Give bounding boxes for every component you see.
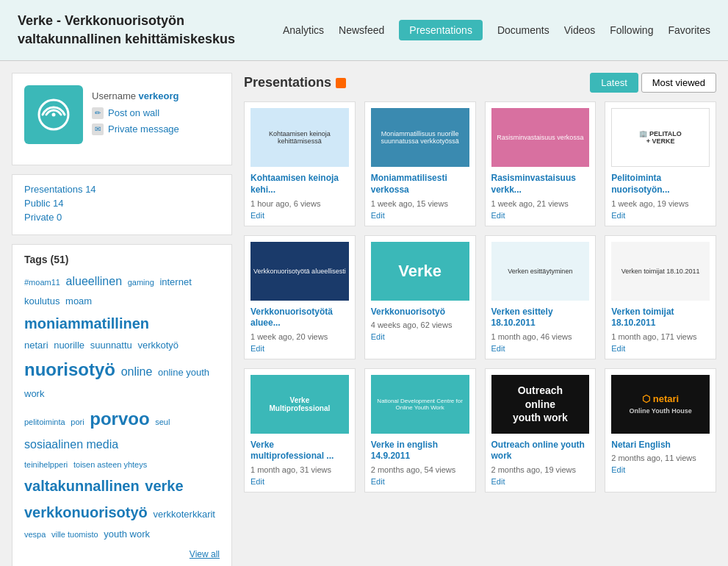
tag-teinihelpperi[interactable]: teinihelpperi (24, 460, 68, 469)
rss-icon[interactable] (336, 78, 346, 88)
tags-cloud: #moam11 alueellinen gaming internet koul… (24, 271, 220, 542)
tag-verke[interactable]: verke (145, 478, 183, 494)
card-thumbnail: Verkkonuorisotyötä alueellisesti (251, 242, 349, 301)
nav-videos[interactable]: Videos (564, 24, 596, 36)
profile-header: Username verkeorg ✏ Post on wall ✉ Priva… (24, 85, 220, 144)
card-edit-link[interactable]: Edit (251, 344, 349, 353)
card-title[interactable]: Verke in english 14.9.2011 (371, 440, 469, 462)
card-edit-link[interactable]: Edit (251, 211, 349, 220)
tag-online[interactable]: online (121, 365, 153, 378)
tag-verkkoterkkarit[interactable]: verkkoterkkarit (153, 509, 215, 520)
tag-verkkonuorisotyo[interactable]: verkkonuorisotyö (24, 504, 148, 520)
card-thumbnail: Moniammatillisuus nuorille suunnatussa v… (371, 108, 469, 167)
card-title[interactable]: Moniammatilisesti verkossa (371, 173, 469, 196)
card-edit-link[interactable]: Edit (611, 211, 710, 220)
card-title[interactable]: Verken esittely 18.10.2011 (491, 307, 590, 329)
presentation-card: Verke Verkkonuorisotyö 4 weeks ago, 62 v… (364, 235, 476, 359)
tag-pelitoiminta[interactable]: pelitoiminta (24, 418, 65, 426)
tag-nuorille[interactable]: nuorille (54, 340, 84, 351)
profile-actions: ✏ Post on wall ✉ Private message (92, 107, 179, 135)
card-thumbnail: VerkeMultiprofessional (251, 375, 349, 434)
sidebar: Username verkeorg ✏ Post on wall ✉ Priva… (12, 73, 232, 566)
card-thumbnail: 🏢 PELITALO+ VERKE (611, 108, 710, 167)
tag-sosiaalinen-media[interactable]: sosiaalinen media (24, 438, 118, 451)
card-thumbnail: Verken toimijat 18.10.2011 (611, 242, 710, 301)
username-value[interactable]: verkeorg (139, 90, 179, 101)
card-thumbnail: ⬡ netariOnline Youth House (611, 375, 710, 434)
tags-section: Tags (51) #moam11 alueellinen gaming int… (12, 244, 232, 566)
card-edit-link[interactable]: Edit (491, 477, 590, 486)
tag-toisen-asteen[interactable]: toisen asteen yhteys (73, 460, 147, 469)
latest-button[interactable]: Latest (590, 73, 638, 93)
presentation-card: Rasisminvastaisuus verkossa Rasisminvast… (485, 101, 597, 226)
tag-pori[interactable]: pori (71, 418, 84, 426)
private-message-button[interactable]: ✉ Private message (92, 123, 179, 135)
card-meta: 1 month ago, 46 views (491, 332, 590, 341)
card-edit-link[interactable]: Edit (491, 211, 590, 220)
card-title[interactable]: Rasisminvastaisuus verkk... (491, 173, 590, 196)
nav-presentations[interactable]: Presentations (399, 20, 483, 40)
card-edit-link[interactable]: Edit (371, 332, 469, 341)
public-stat: Public 14 (24, 198, 220, 209)
card-title[interactable]: Outreach online youth work (491, 440, 590, 462)
stats-section: Presentations 14 Public 14 Private 0 (12, 174, 232, 235)
card-thumbnail: Verke (371, 242, 469, 301)
tag-vespa[interactable]: vespa (24, 530, 46, 539)
header: Verke - Verkkonuorisotyön valtakunnallin… (0, 0, 728, 61)
card-meta: 1 month ago, 171 views (611, 332, 710, 341)
tag-moniammatillinen[interactable]: moniammatillinen (24, 315, 149, 332)
card-meta: 1 month ago, 31 views (251, 465, 349, 474)
nav-favorites[interactable]: Favorites (668, 24, 710, 36)
message-icon: ✉ (92, 123, 104, 135)
tag-moam11[interactable]: #moam11 (24, 278, 60, 287)
card-edit-link[interactable]: Edit (371, 211, 469, 220)
view-all-tags[interactable]: View all (24, 548, 220, 559)
tag-gaming[interactable]: gaming (128, 278, 154, 287)
tag-nuorisotyo[interactable]: nuorisotyö (24, 359, 115, 379)
nav-newsfeed[interactable]: Newsfeed (339, 24, 384, 36)
nav-documents[interactable]: Documents (497, 24, 549, 36)
card-title[interactable]: Verkkonuorisotyö (371, 307, 469, 318)
card-title[interactable]: Netari English (611, 440, 710, 451)
card-edit-link[interactable]: Edit (371, 477, 469, 486)
tag-valtakunnallinen[interactable]: valtakunnallinen (24, 478, 140, 494)
card-edit-link[interactable]: Edit (491, 344, 590, 353)
tags-title: Tags (51) (24, 254, 220, 265)
private-stat: Private 0 (24, 212, 220, 223)
card-edit-link[interactable]: Edit (251, 477, 349, 486)
tag-moam[interactable]: moam (65, 295, 92, 307)
username-label: Username (92, 90, 136, 101)
tag-porvoo[interactable]: porvoo (90, 409, 149, 429)
card-title[interactable]: Kohtaamisen keinoja kehi... (251, 173, 349, 196)
nav-analytics[interactable]: Analytics (283, 24, 324, 36)
tag-ville-tuomisto[interactable]: ville tuomisto (51, 530, 98, 539)
card-meta: 1 week ago, 19 views (611, 199, 710, 208)
tag-internet[interactable]: internet (159, 276, 191, 287)
card-thumbnail: Outreachonlineyouth work (491, 375, 590, 434)
tag-youth-work[interactable]: youth work (104, 529, 150, 540)
presentation-card: Verken toimijat 18.10.2011 Verken toimij… (605, 235, 716, 359)
card-title[interactable]: Pelitoiminta nuorisotyön... (611, 173, 710, 196)
nav-following[interactable]: Following (610, 24, 653, 36)
card-edit-link[interactable]: Edit (611, 344, 710, 353)
content-title: Presentations (244, 75, 331, 90)
site-title: Verke - Verkkonuorisotyön valtakunnallin… (18, 12, 238, 49)
post-on-wall-button[interactable]: ✏ Post on wall (92, 107, 179, 119)
card-edit-link[interactable]: Edit (611, 465, 710, 474)
tag-verkkotyo[interactable]: verkkotyö (137, 340, 179, 351)
most-viewed-button[interactable]: Most viewed (641, 73, 716, 93)
card-title[interactable]: Verkkonuorisotyötä aluee... (251, 307, 349, 329)
tag-alueellinen[interactable]: alueellinen (66, 275, 123, 287)
avatar (24, 85, 83, 144)
presentation-card: Verkkonuorisotyötä alueellisesti Verkkon… (244, 235, 356, 359)
card-meta: 1 week ago, 21 views (491, 199, 590, 208)
tag-suunnattu[interactable]: suunnattu (90, 340, 132, 351)
content-header: Presentations Latest Most viewed (244, 73, 716, 93)
card-title[interactable]: Verke multiprofessional ... (251, 440, 349, 462)
tag-koulutus[interactable]: koulutus (24, 295, 60, 307)
tag-seul[interactable]: seul (155, 418, 170, 426)
tag-netari[interactable]: netari (24, 340, 48, 351)
presentation-card: Kohtaamisen keinoja kehittämisessä Kohta… (244, 101, 356, 226)
card-meta: 2 months ago, 11 views (611, 454, 710, 462)
card-title[interactable]: Verken toimijat 18.10.2011 (611, 307, 710, 329)
